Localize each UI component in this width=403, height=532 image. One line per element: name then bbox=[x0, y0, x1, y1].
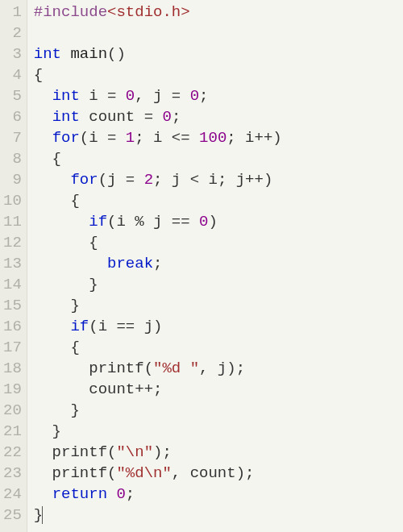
code-line[interactable]: { bbox=[34, 337, 403, 358]
code-token: #include bbox=[34, 3, 107, 21]
line-number: 9 bbox=[3, 169, 22, 190]
code-token: <stdio.h> bbox=[107, 3, 190, 21]
code-token: , j); bbox=[199, 360, 245, 377]
line-number: 6 bbox=[3, 106, 22, 127]
code-token: (i == j) bbox=[89, 318, 162, 335]
code-token: (i = bbox=[80, 129, 126, 147]
code-token: int bbox=[52, 87, 80, 105]
code-token: if bbox=[70, 318, 89, 335]
code-token bbox=[34, 485, 52, 503]
code-line[interactable]: if(i == j) bbox=[34, 316, 403, 337]
code-token: ; bbox=[126, 485, 135, 503]
line-number: 16 bbox=[3, 316, 22, 337]
code-token: ; bbox=[153, 255, 162, 272]
code-line[interactable]: { bbox=[34, 232, 403, 253]
code-line[interactable]: { bbox=[34, 64, 403, 85]
line-number: 21 bbox=[3, 421, 22, 442]
code-token: 2 bbox=[144, 171, 153, 189]
code-token bbox=[34, 129, 52, 147]
code-line[interactable]: { bbox=[34, 148, 403, 169]
line-number: 18 bbox=[3, 358, 22, 379]
code-line[interactable]: for(j = 2; j < i; j++) bbox=[34, 169, 403, 190]
code-token: () bbox=[107, 45, 126, 63]
line-number: 3 bbox=[3, 44, 22, 64]
code-token: count = bbox=[80, 108, 163, 126]
line-number: 2 bbox=[3, 23, 22, 44]
code-token: 1 bbox=[126, 129, 135, 147]
line-number: 10 bbox=[3, 190, 22, 211]
code-token bbox=[61, 45, 70, 63]
code-line[interactable]: int count = 0; bbox=[34, 106, 403, 127]
line-number: 12 bbox=[3, 232, 22, 253]
code-token: main bbox=[70, 45, 107, 63]
line-number: 8 bbox=[3, 148, 22, 169]
line-number-gutter: 1234567891011121314151617181920212223242… bbox=[0, 0, 27, 532]
code-line[interactable] bbox=[34, 23, 403, 44]
code-line[interactable]: for(i = 1; i <= 100; i++) bbox=[34, 127, 403, 148]
code-line[interactable]: printf("%d\n", count); bbox=[34, 463, 403, 484]
code-token: { bbox=[34, 192, 80, 210]
code-token: printf( bbox=[34, 443, 117, 461]
code-token: i = bbox=[80, 87, 126, 105]
code-token bbox=[34, 108, 52, 126]
code-line[interactable]: int i = 0, j = 0; bbox=[34, 85, 403, 106]
code-token: ; bbox=[172, 108, 181, 126]
code-line[interactable]: } bbox=[34, 295, 403, 316]
code-token: ) bbox=[208, 213, 217, 231]
code-token bbox=[34, 213, 89, 231]
code-token bbox=[34, 87, 52, 105]
code-token: for bbox=[70, 171, 98, 189]
code-line[interactable]: printf("\n"); bbox=[34, 442, 403, 463]
line-number: 17 bbox=[3, 337, 22, 358]
code-token: return bbox=[52, 485, 107, 503]
code-line[interactable]: } bbox=[34, 400, 403, 421]
code-area[interactable]: #include<stdio.h>int main(){ int i = 0, … bbox=[27, 0, 403, 532]
code-token: ; i++) bbox=[226, 129, 281, 147]
code-line[interactable]: break; bbox=[34, 253, 403, 274]
code-token: 0 bbox=[190, 87, 199, 105]
code-token: , j = bbox=[135, 87, 189, 105]
code-token: ; i <= bbox=[135, 129, 199, 147]
code-token: 100 bbox=[199, 129, 226, 147]
code-token: ; j < i; j++) bbox=[153, 171, 272, 189]
line-number: 13 bbox=[3, 253, 22, 274]
code-token: printf( bbox=[34, 360, 153, 377]
code-line[interactable]: #include<stdio.h> bbox=[34, 2, 403, 23]
code-token: int bbox=[52, 108, 80, 126]
line-number: 19 bbox=[3, 379, 22, 400]
code-line[interactable]: count++; bbox=[34, 379, 403, 400]
code-line[interactable]: if(i % j == 0) bbox=[34, 211, 403, 232]
code-token: 0 bbox=[162, 108, 171, 126]
code-token: { bbox=[34, 234, 98, 251]
code-line[interactable]: { bbox=[34, 190, 403, 211]
code-token bbox=[107, 485, 116, 503]
code-token: "\n" bbox=[116, 443, 153, 461]
code-token: 0 bbox=[126, 87, 135, 105]
code-line[interactable]: return 0; bbox=[34, 484, 403, 505]
line-number: 7 bbox=[3, 127, 22, 148]
line-number: 24 bbox=[3, 484, 22, 505]
line-number: 1 bbox=[3, 2, 22, 23]
code-line[interactable]: int main() bbox=[34, 44, 403, 64]
code-token: 0 bbox=[199, 213, 208, 231]
code-token: , count); bbox=[172, 464, 255, 482]
line-number: 20 bbox=[3, 400, 22, 421]
line-number: 22 bbox=[3, 442, 22, 463]
code-token: 0 bbox=[116, 485, 125, 503]
code-token: { bbox=[34, 150, 61, 168]
line-number: 14 bbox=[3, 274, 22, 295]
code-token bbox=[34, 318, 71, 335]
code-line[interactable]: } bbox=[34, 274, 403, 295]
code-token: } bbox=[34, 297, 80, 314]
code-line[interactable]: } bbox=[34, 505, 403, 526]
code-token: (j = bbox=[98, 171, 144, 189]
code-token: if bbox=[89, 213, 107, 231]
code-token: "%d\n" bbox=[116, 464, 171, 482]
code-line[interactable]: } bbox=[34, 421, 403, 442]
code-token: { bbox=[34, 66, 43, 84]
code-line[interactable]: printf("%d ", j); bbox=[34, 358, 403, 379]
code-token: int bbox=[34, 45, 61, 63]
code-token: count++; bbox=[34, 380, 163, 398]
code-token: break bbox=[107, 255, 153, 272]
line-number: 5 bbox=[3, 85, 22, 106]
